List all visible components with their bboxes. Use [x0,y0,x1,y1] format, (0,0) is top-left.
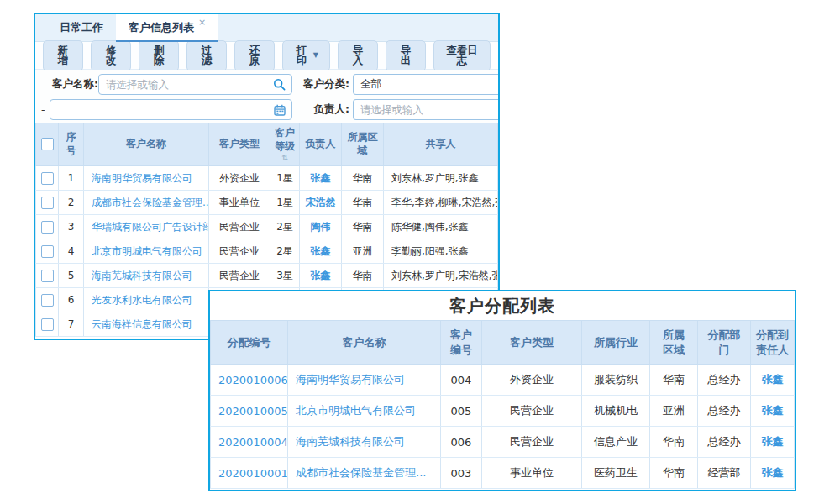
col-region: 所属区 域 [342,123,384,166]
row-checkbox[interactable] [41,270,54,282]
date-input-wrap [50,99,292,120]
person-link[interactable]: 张鑫 [762,404,784,417]
customer-name-input-wrap [98,74,292,95]
customer-name-input[interactable] [99,78,291,91]
owner-input[interactable] [354,103,500,116]
tab-bar: 日常工作 客户信息列表 × [35,14,498,42]
col-customer-grade: 客户 等级 ⇅ [270,123,300,166]
col-customer-type: 客户类型 [209,123,270,166]
select-all-header [36,123,59,166]
customer-category-select[interactable] [354,78,500,91]
person-link[interactable]: 张鑫 [762,435,784,448]
date-input[interactable] [50,103,291,116]
owner-link[interactable]: 张鑫 [311,245,331,257]
print-button[interactable]: 打印 ▼ [282,40,330,71]
filter-area: 客户名称: 客户分类: - [35,70,498,123]
col-region: 所属 区域 [650,321,698,365]
owner-link[interactable]: 张鑫 [311,270,331,281]
col-dept: 分配部 门 [698,321,751,365]
customer-name-link[interactable]: 成都市社会保险基金管理... [296,466,426,479]
col-customer-type: 客户类型 [482,321,582,365]
tab-daily-work-label: 日常工作 [60,20,103,35]
person-link[interactable]: 张鑫 [762,466,784,479]
col-customer-no: 客户 编号 [441,321,482,365]
owner-input-wrap [353,99,500,120]
table-row: 2 成都市社会保险基金管理... 事业单位 1星 宋浩然 华南 李华,李婷,柳琳… [36,191,498,215]
add-button[interactable]: 新增 [43,40,83,71]
edit-button[interactable]: 修改 [91,40,131,71]
row-checkbox[interactable] [41,294,54,307]
col-customer-name: 客户名称 [288,321,441,365]
col-person: 分配到 责任人 [751,321,795,365]
toolbar: 新增 修改 删除 过滤 还原 打印 ▼ 导入 导出 查看日志 [35,42,498,70]
allocation-list-title: 客户分配列表 [210,291,795,320]
customer-name-link[interactable]: 海南芜城科技有限公司 [92,270,192,281]
row-checkbox[interactable] [41,172,54,185]
owner-link[interactable]: 张鑫 [311,172,331,184]
table-header-row: 分配编号 客户名称 客户 编号 客户类型 所属行业 所属 区域 分配部 门 分配… [211,321,795,365]
delete-button[interactable]: 删除 [139,40,179,71]
owner-link[interactable]: 陶伟 [311,221,331,233]
col-industry: 所属行业 [582,321,650,365]
caret-down-icon: ▼ [313,52,318,59]
row-checkbox[interactable] [41,221,54,234]
customer-name-link[interactable]: 光发水利水电有限公司 [92,294,192,306]
table-row: 1 海南明华贸易有限公司 外资企业 1星 张鑫 华南 刘东林,罗广明,张鑫 [36,166,498,191]
table-row: 3 华瑞城有限公司广告设计部 民营企业 2星 陶伟 华南 陈华健,陶伟,张鑫 [36,215,498,239]
alloc-id-link[interactable]: 2020010001 [218,467,288,480]
tab-daily-work[interactable]: 日常工作 [47,14,116,41]
table-header-row: 序 号 客户名称 客户类型 客户 等级 ⇅ 负责人 所属区 域 共享人 [36,123,498,166]
alloc-id-link[interactable]: 2020010005 [218,405,288,417]
customer-name-link[interactable]: 海南明华贸易有限公司 [92,172,192,184]
customer-allocation-table: 分配编号 客户名称 客户 编号 客户类型 所属行业 所属 区域 分配部 门 分配… [210,320,795,489]
customer-name-link[interactable]: 华瑞城有限公司广告设计部 [92,221,209,233]
customer-name-link[interactable]: 北京市明城电气有限公司 [92,245,202,257]
filter-button[interactable]: 过滤 [186,40,227,71]
customer-allocation-panel: 客户分配列表 分配编号 客户名称 客户 编号 客户类型 所属行业 所属 区域 分… [208,290,796,491]
tab-customer-info-list[interactable]: 客户信息列表 × [116,14,218,42]
row-checkbox[interactable] [41,197,54,209]
customer-name-link[interactable]: 北京市明城电气有限公司 [296,404,416,417]
tab-customer-info-label: 客户信息列表 [129,20,194,35]
table-row: 4 北京市明城电气有限公司 民营企业 2星 张鑫 亚洲 李勤丽,阳强,张鑫 [36,239,498,264]
table-row: 2020010006 海南明华贸易有限公司 004 外资企业 服装纺织 华南 总… [211,365,795,396]
customer-category-label: 客户分类: [270,74,349,95]
person-link[interactable]: 张鑫 [762,373,784,386]
alloc-id-link[interactable]: 2020010006 [218,374,288,386]
col-customer-name: 客户名称 [84,123,209,166]
export-button[interactable]: 导出 [386,40,426,71]
date-range-separator: - [41,99,45,120]
col-shared: 共享人 [384,123,498,166]
sort-icon[interactable]: ⇅ [271,155,298,162]
row-checkbox[interactable] [41,245,54,258]
owner-label: 负责人: [270,99,349,120]
col-alloc-id: 分配编号 [211,321,288,365]
customer-category-select-wrap [353,74,500,95]
table-row: 2020010004 海南芜城科技有限公司 006 民营企业 信息产业 华南 总… [211,427,795,458]
import-button[interactable]: 导入 [338,40,378,71]
restore-button[interactable]: 还原 [234,40,275,71]
alloc-id-link[interactable]: 2020010004 [218,436,288,449]
close-icon[interactable]: × [198,17,206,28]
customer-name-link[interactable]: 云南海祥信息有限公司 [92,318,192,330]
col-owner: 负责人 [300,123,342,166]
table-row: 2020010001 成都市社会保险基金管理... 003 事业单位 医药卫生 … [211,458,795,489]
owner-link[interactable]: 宋浩然 [306,197,336,208]
customer-name-link[interactable]: 海南明华贸易有限公司 [296,373,405,386]
view-log-button[interactable]: 查看日志 [433,40,491,71]
customer-name-label: 客户名称: [52,74,98,95]
customer-name-link[interactable]: 海南芜城科技有限公司 [296,435,405,448]
table-row: 5 海南芜城科技有限公司 民营企业 3星 张鑫 华南 刘东林,罗广明,宋浩然,张… [36,264,498,288]
select-all-checkbox[interactable] [41,138,54,150]
table-row: 2020010005 北京市明城电气有限公司 005 民营企业 机械机电 亚洲 … [211,396,795,427]
row-checkbox[interactable] [41,318,54,331]
col-no: 序 号 [59,123,84,166]
customer-name-link[interactable]: 成都市社会保险基金管理... [92,197,209,208]
